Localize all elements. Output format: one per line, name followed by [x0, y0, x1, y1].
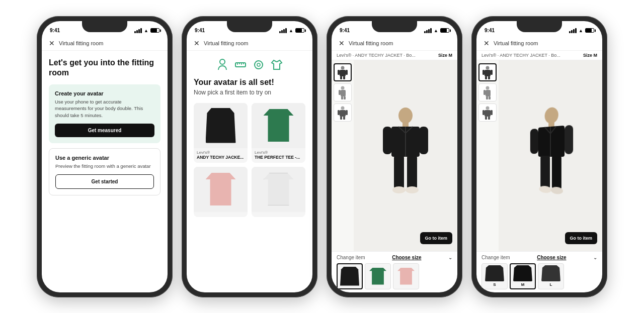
card2-title: Use a generic avatar: [55, 155, 154, 161]
get-started-button[interactable]: Get started: [55, 174, 154, 189]
thumb-front-3[interactable]: [334, 63, 352, 81]
signal-4: [569, 28, 577, 33]
item-thumb-l-jacket[interactable]: L: [538, 263, 564, 289]
svg-rect-21: [340, 117, 342, 120]
product-img-3: [194, 167, 248, 212]
product-card-2[interactable]: Levi's® THE PERFECT TEE -...: [252, 103, 305, 163]
notch-3: [372, 21, 417, 32]
svg-rect-58: [540, 156, 550, 188]
svg-rect-28: [383, 127, 392, 154]
product-size-3: Size M: [438, 53, 452, 58]
svg-rect-42: [486, 90, 491, 96]
product-info-2: Levi's® THE PERFECT TEE -...: [252, 148, 305, 163]
svg-rect-17: [344, 96, 346, 99]
thumb-front-4[interactable]: [478, 63, 497, 81]
svg-point-41: [486, 86, 490, 89]
product-bar-3: Levi's® · ANDY TECHY JACKET · Bo... Size…: [332, 51, 457, 60]
svg-rect-26: [403, 123, 409, 127]
thumb-side-3[interactable]: [334, 83, 352, 101]
get-measured-button[interactable]: Get measured: [55, 124, 154, 137]
avatar-icons: [194, 58, 305, 72]
nav-title-2: Virtual fitting room: [204, 40, 248, 46]
svg-point-14: [341, 86, 345, 89]
thumb-back-3[interactable]: [334, 103, 352, 122]
wifi-icon-4: ▲: [579, 28, 583, 33]
avatar-main-3: Go to item: [354, 60, 457, 251]
svg-point-8: [341, 66, 345, 69]
svg-rect-23: [338, 110, 340, 115]
signal-2: [279, 28, 287, 33]
wifi-icon-1: ▲: [144, 28, 148, 33]
product-card-1[interactable]: Levi's® ANDY TECHY JACKE...: [194, 103, 248, 163]
chevron-down-icon-3[interactable]: ⌄: [448, 255, 452, 260]
change-item-label-4: Change item: [481, 255, 510, 260]
size-m-label: M: [521, 282, 525, 287]
phone-4: 9:41 ▲ ✕ Virtual fitting room: [471, 16, 607, 297]
item-thumb-sweater-3[interactable]: [393, 263, 419, 289]
item-thumb-m-jacket[interactable]: M: [510, 263, 536, 289]
svg-rect-59: [552, 156, 561, 189]
close-button-3[interactable]: ✕: [338, 39, 346, 47]
svg-rect-32: [407, 156, 417, 188]
phone-2: 9:41 ▲ ✕ Virtual fitting room: [182, 16, 317, 297]
brand-2: Levi's®: [255, 150, 302, 155]
item-size-thumbs-4: S M L: [481, 263, 597, 289]
main-heading-1: Let's get you into the fitting room: [49, 58, 160, 79]
product-img-4: [252, 167, 305, 212]
front-view-icon-4: [482, 65, 493, 79]
product-size-4: Size M: [583, 53, 597, 58]
svg-rect-55: [565, 125, 573, 154]
page: 9:41 ▲ ✕ Virtual fitting room: [0, 0, 644, 313]
change-item-label-3: Change item: [337, 255, 365, 260]
choose-size-label-4[interactable]: Choose size: [537, 255, 566, 260]
size-s-label: S: [493, 282, 496, 287]
choose-size-label-3[interactable]: Choose size: [392, 255, 421, 260]
thumb-side-4[interactable]: [478, 83, 497, 101]
side-view-icon: [337, 85, 348, 99]
product-info-3: [194, 212, 248, 217]
svg-rect-15: [341, 90, 346, 96]
create-avatar-card: Create your avatar Use your phone to get…: [49, 84, 160, 143]
svg-rect-44: [489, 96, 491, 99]
battery-4: [585, 28, 594, 33]
svg-rect-22: [343, 117, 345, 120]
nav-bar-2: ✕ Virtual fitting room: [187, 36, 312, 51]
product-card-4[interactable]: [252, 167, 305, 217]
item-thumb-s-jacket[interactable]: S: [481, 263, 508, 289]
svg-rect-49: [488, 117, 490, 120]
svg-rect-36: [485, 70, 491, 76]
signal-1: [134, 28, 142, 33]
svg-rect-24: [346, 110, 348, 115]
item-thumb-tshirt-3[interactable]: [365, 263, 391, 289]
battery-3: [440, 28, 449, 33]
chevron-down-icon-4[interactable]: ⌄: [593, 255, 597, 260]
tape-icon: [252, 58, 266, 72]
svg-rect-50: [482, 110, 485, 115]
time-3: 9:41: [340, 28, 350, 33]
thumb-back-4[interactable]: [478, 103, 497, 122]
nav-bar-3: ✕ Virtual fitting room: [332, 36, 457, 51]
product-name-3: Levi's® · ANDY TECHY JACKET · Bo...: [337, 53, 434, 58]
item-thumb-jacket-3[interactable]: [337, 263, 363, 289]
svg-point-7: [257, 63, 260, 66]
product-img-2: [252, 103, 305, 148]
time-1: 9:41: [50, 28, 60, 33]
close-button-4[interactable]: ✕: [482, 39, 491, 47]
notch-1: [82, 21, 127, 32]
time-2: 9:41: [195, 28, 205, 33]
products-grid: Levi's® ANDY TECHY JACKE... Levi's® THE …: [194, 103, 305, 217]
close-button-1[interactable]: ✕: [48, 39, 56, 47]
svg-point-6: [255, 61, 263, 69]
bottom-row1-3: Change item Choose size ⌄: [337, 255, 452, 260]
svg-rect-40: [491, 70, 493, 75]
goto-item-button-4[interactable]: Go to item: [565, 232, 598, 244]
svg-rect-51: [491, 110, 493, 115]
close-button-2[interactable]: ✕: [193, 39, 201, 47]
goto-item-button-3[interactable]: Go to item: [420, 232, 453, 244]
battery-1: [150, 28, 159, 33]
bottom-bar-4: Change item Choose size ⌄ S M: [476, 251, 602, 292]
card2-desc: Preview the fitting room with a generic …: [55, 163, 154, 169]
avatar-view-4: Go to item: [476, 60, 602, 251]
ruler-icon: [233, 58, 248, 72]
product-card-3[interactable]: [194, 167, 248, 217]
